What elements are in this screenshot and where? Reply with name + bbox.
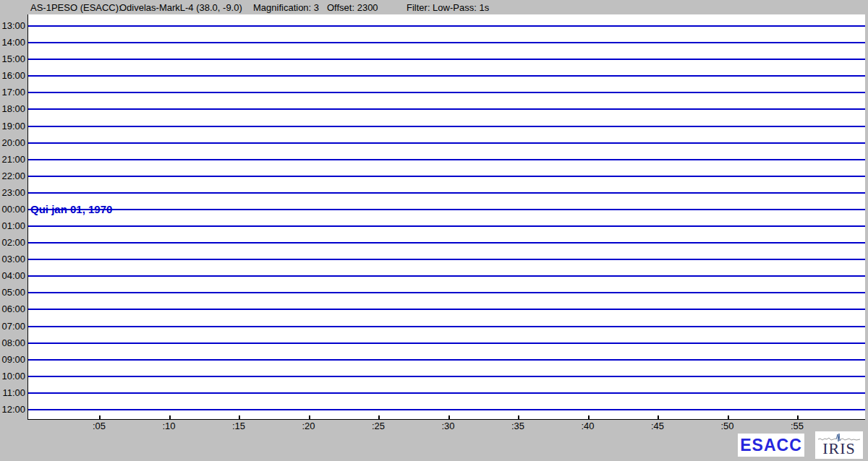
minute-tick: [518, 415, 519, 419]
hour-label: 11:00: [0, 387, 25, 399]
hour-label: 23:00: [0, 187, 25, 199]
minute-label: :45: [639, 421, 676, 431]
minute-label: :30: [430, 421, 467, 431]
hour-label: 00:00: [0, 204, 25, 215]
minute-label: :55: [779, 421, 815, 431]
offset-label: Offset: 2300: [327, 2, 378, 13]
hour-label: 07:00: [0, 321, 25, 332]
amaseis-helicorder-window: { "window": { "background": "#c0c0c0", "…: [0, 0, 868, 461]
minute-label: :40: [570, 421, 606, 431]
hour-label: 17:00: [0, 87, 25, 98]
hour-label: 18:00: [0, 103, 25, 115]
seismic-trace-line: [28, 159, 865, 160]
hour-label: 16:00: [0, 70, 25, 82]
hour-label: 05:00: [0, 287, 25, 298]
minute-tick: [169, 415, 171, 419]
hour-label: 22:00: [0, 171, 25, 182]
iris-logo: IRIS: [815, 431, 863, 459]
seismic-trace-line: [28, 209, 865, 210]
seismic-trace-line: [28, 75, 865, 77]
minute-tick: [309, 415, 310, 419]
date-annotation: Qui jan 01, 1970: [30, 203, 112, 216]
hour-label: 20:00: [0, 137, 25, 149]
hour-label: 21:00: [0, 154, 25, 165]
minute-tick: [448, 415, 450, 419]
minute-tick: [588, 415, 590, 419]
seismic-trace-line: [28, 192, 865, 194]
seismic-trace-line: [28, 376, 865, 377]
hour-label: 19:00: [0, 121, 25, 132]
seismic-trace-line: [28, 59, 865, 60]
minute-label: :50: [710, 421, 746, 431]
station-id-label: AS-1PESO (ESACC):: [30, 2, 122, 13]
minute-tick: [797, 415, 799, 419]
minute-tick: [378, 415, 380, 419]
hour-label: 01:00: [0, 220, 25, 232]
seismic-trace-line: [28, 242, 865, 244]
hour-label: 03:00: [0, 254, 25, 265]
minute-tick: [239, 415, 240, 419]
seismic-trace-line: [28, 292, 865, 293]
hour-label: 08:00: [0, 337, 25, 349]
hour-label: 13:00: [0, 20, 25, 32]
seismic-trace-line: [28, 259, 865, 260]
hour-label: 06:00: [0, 303, 25, 315]
seismic-trace-line: [28, 342, 865, 344]
esacc-logo-text: ESACC: [740, 436, 802, 455]
minute-tick: [99, 415, 101, 419]
hour-label: 14:00: [0, 37, 25, 48]
seismic-trace-line: [28, 92, 865, 93]
minute-label: :25: [360, 421, 396, 431]
seismic-trace-line: [28, 326, 865, 327]
seismic-trace-line: [28, 142, 865, 144]
magnification-label: Magnification: 3: [253, 2, 319, 13]
iris-logo-text: IRIS: [822, 441, 856, 456]
seismic-trace-line: [28, 176, 865, 177]
hour-label: 10:00: [0, 371, 25, 382]
minute-tick: [728, 415, 729, 419]
seismic-trace-line: [28, 309, 865, 310]
seismic-trace-line: [28, 25, 865, 27]
esacc-logo: ESACC: [738, 434, 804, 457]
minute-label: :20: [291, 421, 327, 431]
minute-label: :10: [151, 421, 187, 431]
hour-label: 09:00: [0, 354, 25, 366]
hour-label: 15:00: [0, 53, 25, 65]
seismic-trace-line: [28, 42, 865, 43]
hour-label: 12:00: [0, 404, 25, 415]
sensor-location-label: Odivelas-MarkL-4 (38.0, -9.0): [119, 2, 242, 13]
seismic-trace-line: [28, 275, 865, 277]
filter-label: Filter: Low-Pass: 1s: [407, 2, 489, 13]
seismic-trace-line: [28, 409, 865, 410]
seismic-trace-line: [28, 126, 865, 127]
hour-label: 02:00: [0, 237, 25, 249]
seismic-trace-line: [28, 225, 865, 227]
seismic-trace-line: [28, 359, 865, 361]
seismic-trace-line: [28, 392, 865, 394]
helicorder-plot-area[interactable]: [27, 14, 865, 420]
minute-tick: [658, 415, 659, 419]
minute-label: :15: [221, 421, 257, 431]
seismic-trace-line: [28, 108, 865, 110]
minute-label: :35: [500, 421, 536, 431]
hour-label: 04:00: [0, 270, 25, 282]
minute-label: :05: [81, 421, 117, 431]
